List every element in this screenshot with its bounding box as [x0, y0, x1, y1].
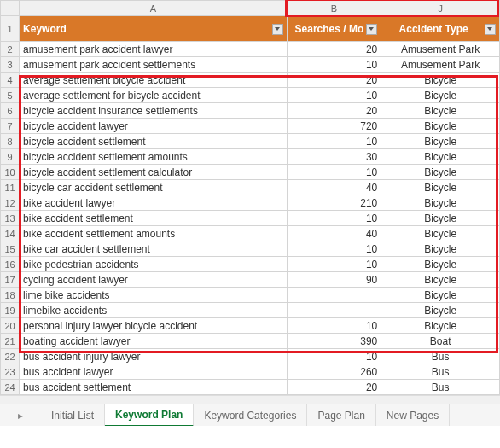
cell-accident-type[interactable]: Amusement Park [381, 57, 500, 73]
row-header[interactable]: 21 [1, 334, 20, 349]
cell-keyword[interactable]: personal injury lawyer bicycle accident [20, 318, 288, 334]
sheet-tab[interactable]: Keyword Categories [194, 404, 307, 427]
cell-accident-type[interactable]: Boat [381, 334, 500, 349]
row-header[interactable]: 18 [1, 288, 20, 303]
cell-searches[interactable]: 260 [287, 364, 381, 380]
cell-searches[interactable]: 40 [287, 226, 381, 241]
cell-accident-type[interactable]: Bicycle [381, 73, 500, 88]
cell-searches[interactable]: 390 [287, 334, 381, 349]
cell-accident-type[interactable]: Bicycle [381, 88, 500, 103]
row-header[interactable]: 17 [1, 272, 20, 288]
cell-keyword[interactable]: average settlement bicycle accident [20, 73, 288, 88]
header-keyword[interactable]: Keyword [20, 16, 288, 42]
cell-keyword[interactable]: amusement park accident lawyer [20, 42, 288, 57]
col-header-b[interactable]: B [287, 1, 381, 16]
cell-searches[interactable]: 20 [287, 103, 381, 119]
cell-keyword[interactable]: lime bike accidents [20, 288, 288, 303]
cell-keyword[interactable]: average settlement for bicycle accident [20, 88, 288, 103]
cell-keyword[interactable]: limebike accidents [20, 303, 288, 318]
sheet-tab[interactable]: Keyword Plan [105, 404, 194, 427]
cell-searches[interactable] [287, 288, 381, 303]
header-searches[interactable]: Searches / Mo [287, 16, 381, 42]
cell-accident-type[interactable]: Bicycle [381, 165, 500, 180]
col-header-a[interactable]: A [20, 1, 288, 16]
filter-dropdown-icon[interactable] [366, 24, 377, 35]
cell-keyword[interactable]: cycling accident lawyer [20, 272, 288, 288]
cell-searches[interactable]: 20 [287, 73, 381, 88]
cell-searches[interactable]: 10 [287, 318, 381, 334]
row-header[interactable]: 15 [1, 241, 20, 257]
row-header[interactable]: 16 [1, 257, 20, 272]
cell-searches[interactable]: 20 [287, 42, 381, 57]
cell-keyword[interactable]: amusement park accident settlements [20, 57, 288, 73]
cell-accident-type[interactable]: Bicycle [381, 211, 500, 226]
row-header[interactable]: 8 [1, 134, 20, 149]
cell-searches[interactable]: 30 [287, 149, 381, 165]
row-header[interactable]: 24 [1, 380, 20, 395]
horizontal-scrollbar[interactable] [0, 395, 500, 404]
cell-accident-type[interactable]: Bicycle [381, 257, 500, 272]
cell-keyword[interactable]: bicycle car accident settlement [20, 180, 288, 195]
tab-nav[interactable]: ▸ [0, 410, 41, 422]
cell-accident-type[interactable]: Bus [381, 364, 500, 380]
row-header[interactable]: 4 [1, 73, 20, 88]
header-accident-type[interactable]: Accident Type [381, 16, 500, 42]
sheet-tab[interactable]: Initial List [41, 404, 105, 427]
cell-accident-type[interactable]: Bicycle [381, 272, 500, 288]
filter-dropdown-icon[interactable] [485, 24, 496, 35]
row-header[interactable]: 22 [1, 349, 20, 364]
corner-cell[interactable] [1, 1, 20, 16]
cell-keyword[interactable]: bike accident lawyer [20, 195, 288, 211]
cell-accident-type[interactable]: Bicycle [381, 318, 500, 334]
col-header-j[interactable]: J [381, 1, 500, 16]
cell-accident-type[interactable]: Bicycle [381, 226, 500, 241]
cell-searches[interactable]: 10 [287, 257, 381, 272]
cell-searches[interactable]: 720 [287, 119, 381, 134]
cell-keyword[interactable]: bus accident lawyer [20, 364, 288, 380]
row-header-1[interactable]: 1 [1, 16, 20, 42]
cell-keyword[interactable]: bike accident settlement amounts [20, 226, 288, 241]
cell-accident-type[interactable]: Bicycle [381, 103, 500, 119]
cell-keyword[interactable]: boating accident lawyer [20, 334, 288, 349]
cell-keyword[interactable]: bike pedestrian accidents [20, 257, 288, 272]
cell-searches[interactable]: 210 [287, 195, 381, 211]
cell-searches[interactable]: 10 [287, 134, 381, 149]
cell-searches[interactable]: 10 [287, 88, 381, 103]
cell-keyword[interactable]: bike car accident settlement [20, 241, 288, 257]
cell-keyword[interactable]: bicycle accident settlement amounts [20, 149, 288, 165]
cell-accident-type[interactable]: Bicycle [381, 241, 500, 257]
row-header[interactable]: 19 [1, 303, 20, 318]
row-header[interactable]: 14 [1, 226, 20, 241]
row-header[interactable]: 12 [1, 195, 20, 211]
row-header[interactable]: 7 [1, 119, 20, 134]
sheet-tab[interactable]: New Pages [376, 404, 450, 427]
cell-accident-type[interactable]: Bicycle [381, 288, 500, 303]
cell-searches[interactable]: 10 [287, 241, 381, 257]
cell-searches[interactable]: 10 [287, 165, 381, 180]
cell-keyword[interactable]: bicycle accident settlement calculator [20, 165, 288, 180]
cell-accident-type[interactable]: Bicycle [381, 180, 500, 195]
cell-accident-type[interactable]: Bus [381, 380, 500, 395]
cell-keyword[interactable]: bicycle accident settlement [20, 134, 288, 149]
cell-accident-type[interactable]: Bicycle [381, 195, 500, 211]
cell-accident-type[interactable]: Bicycle [381, 303, 500, 318]
filter-dropdown-icon[interactable] [272, 24, 283, 35]
cell-searches[interactable]: 40 [287, 180, 381, 195]
cell-accident-type[interactable]: Amusement Park [381, 42, 500, 57]
cell-searches[interactable]: 90 [287, 272, 381, 288]
row-header[interactable]: 3 [1, 57, 20, 73]
cell-keyword[interactable]: bicycle accident lawyer [20, 119, 288, 134]
cell-keyword[interactable]: bus accident settlement [20, 380, 288, 395]
row-header[interactable]: 10 [1, 165, 20, 180]
row-header[interactable]: 5 [1, 88, 20, 103]
cell-searches[interactable]: 10 [287, 211, 381, 226]
cell-accident-type[interactable]: Bicycle [381, 149, 500, 165]
cell-keyword[interactable]: bus accident injury lawyer [20, 349, 288, 364]
cell-accident-type[interactable]: Bicycle [381, 119, 500, 134]
cell-searches[interactable]: 20 [287, 380, 381, 395]
row-header[interactable]: 20 [1, 318, 20, 334]
row-header[interactable]: 6 [1, 103, 20, 119]
sheet-tab[interactable]: Page Plan [307, 404, 375, 427]
cell-searches[interactable] [287, 303, 381, 318]
cell-searches[interactable]: 10 [287, 349, 381, 364]
